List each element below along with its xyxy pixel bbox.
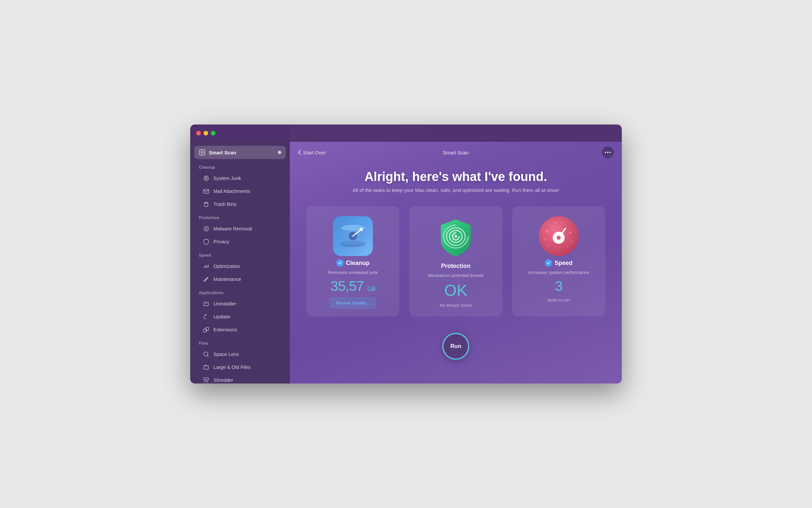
malware-icon xyxy=(203,225,210,232)
svg-rect-6 xyxy=(205,203,208,207)
speed-title-row: Speed xyxy=(545,259,572,267)
svg-point-3 xyxy=(206,178,207,179)
privacy-icon xyxy=(203,239,210,245)
scan-icon xyxy=(199,149,206,156)
titlebar xyxy=(190,125,622,142)
optimization-icon xyxy=(203,263,210,269)
uninstaller-label: Uninstaller xyxy=(214,301,236,306)
svg-point-16 xyxy=(204,280,205,282)
section-label-speed: Speed xyxy=(190,248,290,260)
sidebar-item-extensions[interactable]: Extensions xyxy=(194,324,286,336)
shredder-label: Shredder xyxy=(214,378,233,383)
sidebar-item-smart-scan[interactable]: Smart Scan xyxy=(194,146,286,159)
sidebar-item-large-old-files[interactable]: Large & Old Files xyxy=(194,361,286,374)
sidebar-item-trash-bins[interactable]: Trash Bins xyxy=(194,198,286,211)
sidebar-smart-scan-label: Smart Scan xyxy=(209,150,236,155)
system-junk-icon xyxy=(203,175,210,182)
cleanup-card: Cleanup Removes unneeded junk 35,57 GB R… xyxy=(306,206,399,316)
speed-card-value: 3 xyxy=(555,278,562,294)
topbar: Start Over Smart Scan xyxy=(290,142,622,163)
sidebar-item-malware-removal[interactable]: Malware Removal xyxy=(194,222,286,235)
mail-icon xyxy=(203,188,210,195)
space-lens-label: Space Lens xyxy=(214,352,239,357)
extensions-label: Extensions xyxy=(214,327,237,332)
svg-line-25 xyxy=(205,381,205,382)
sidebar-item-uninstaller[interactable]: Uninstaller xyxy=(194,297,286,310)
svg-line-27 xyxy=(208,381,208,382)
malware-removal-label: Malware Removal xyxy=(214,226,252,231)
svg-point-34 xyxy=(360,228,363,231)
section-label-files: Files xyxy=(190,336,290,348)
close-button[interactable] xyxy=(196,131,201,135)
trash-icon xyxy=(203,201,210,208)
sidebar-item-mail-attachments[interactable]: Mail Attachments xyxy=(194,185,286,198)
maximize-button[interactable] xyxy=(211,131,216,135)
section-label-protection: Protection xyxy=(190,211,290,222)
protection-title-row: Protection xyxy=(441,263,470,269)
cleanup-card-subtitle: Removes unneeded junk xyxy=(328,270,377,275)
cleanup-title-row: Cleanup xyxy=(336,259,369,267)
large-old-files-label: Large & Old Files xyxy=(214,365,251,370)
minimize-button[interactable] xyxy=(204,131,208,135)
speed-card-subtitle: Increases system performance xyxy=(528,270,590,275)
sidebar-item-optimization[interactable]: Optimization xyxy=(194,260,286,272)
svg-rect-17 xyxy=(204,302,209,306)
svg-rect-0 xyxy=(199,150,205,155)
updater-icon xyxy=(203,313,210,320)
main-headline: Alright, here's what I've found. xyxy=(364,170,547,184)
extensions-icon xyxy=(203,326,210,333)
sidebar-item-shredder[interactable]: Shredder xyxy=(194,374,286,383)
back-button[interactable]: Start Over xyxy=(298,150,326,155)
sidebar-item-system-junk[interactable]: System Junk xyxy=(194,172,286,184)
system-junk-label: System Junk xyxy=(214,176,241,181)
main-subheadline: All of the tasks to keep your Mac clean,… xyxy=(353,187,559,193)
section-label-applications: Applications xyxy=(190,286,290,297)
speed-card-icon xyxy=(539,216,579,256)
speed-check-icon xyxy=(545,259,552,267)
trash-bins-label: Trash Bins xyxy=(214,202,236,207)
speed-card-footer: tasks to run xyxy=(547,297,570,302)
shredder-icon xyxy=(203,377,210,383)
cleanup-card-icon xyxy=(333,216,373,256)
dot-3 xyxy=(610,152,611,153)
svg-rect-23 xyxy=(204,366,209,369)
review-details-button[interactable]: Review Details... xyxy=(330,297,376,308)
cleanup-card-title: Cleanup xyxy=(346,260,369,267)
maintenance-icon xyxy=(203,276,210,283)
app-window: Smart Scan Cleanup System Junk xyxy=(190,125,622,383)
sidebar-item-space-lens[interactable]: Space Lens xyxy=(194,348,286,361)
uninstaller-icon xyxy=(203,300,210,307)
section-label-cleanup: Cleanup xyxy=(190,160,290,172)
optimization-label: Optimization xyxy=(214,264,240,269)
cleanup-value-number: 35,57 xyxy=(331,278,364,294)
protection-card-icon xyxy=(436,216,476,259)
svg-line-22 xyxy=(208,355,209,357)
dot-1 xyxy=(605,152,606,153)
cleanup-check-icon xyxy=(336,259,344,267)
svg-point-35 xyxy=(454,235,457,238)
cleanup-value-unit: GB xyxy=(367,286,375,292)
svg-point-46 xyxy=(557,236,561,240)
main-content: Start Over Smart Scan Alright, here's wh… xyxy=(290,125,622,383)
cleanup-card-value: 35,57 GB xyxy=(331,278,375,294)
run-button-wrapper: Run xyxy=(443,333,469,359)
protection-card-subtitle: Neutralizes potential threats xyxy=(428,273,483,278)
content-area: Alright, here's what I've found. All of … xyxy=(290,163,622,383)
cards-row: Cleanup Removes unneeded junk 35,57 GB R… xyxy=(303,206,608,316)
active-indicator xyxy=(278,151,281,154)
space-lens-icon xyxy=(203,351,210,357)
svg-point-1 xyxy=(201,152,203,154)
sidebar-item-privacy[interactable]: Privacy xyxy=(194,236,286,248)
sidebar-item-maintenance[interactable]: Maintenance xyxy=(194,273,286,286)
svg-point-21 xyxy=(204,352,208,356)
run-button[interactable]: Run xyxy=(443,333,469,359)
protection-card-title: Protection xyxy=(441,263,470,269)
sidebar-item-updater[interactable]: Updater xyxy=(194,310,286,323)
privacy-label: Privacy xyxy=(214,239,229,244)
updater-label: Updater xyxy=(214,314,231,320)
topbar-title: Smart Scan xyxy=(443,150,469,155)
protection-card: Protection Neutralizes potential threats… xyxy=(409,206,502,316)
speed-card: Speed Increases system performance 3 tas… xyxy=(512,206,605,316)
more-options-button[interactable] xyxy=(602,146,614,158)
maintenance-label: Maintenance xyxy=(214,277,241,282)
